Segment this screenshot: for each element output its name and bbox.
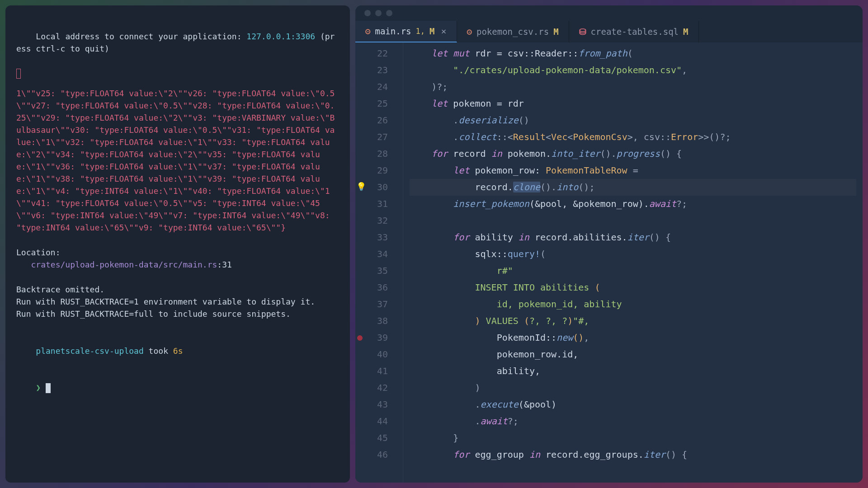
line-number: 41 <box>369 363 388 380</box>
code-token <box>410 198 453 209</box>
code-line[interactable]: } <box>410 430 856 446</box>
code-line[interactable]: for ability in record.abilities.iter() { <box>410 229 856 246</box>
database-icon: ⛁ <box>579 27 586 37</box>
code-line[interactable]: insert_pokemon(&pool, &pokemon_row).awai… <box>410 196 856 212</box>
code-token: "#, <box>573 315 589 326</box>
line-number: 25 <box>369 95 388 112</box>
line-number: 37 <box>369 296 388 313</box>
line-number: 45 <box>369 430 388 446</box>
location-line: :31 <box>217 260 232 269</box>
code-token: sqlx:: <box>410 249 508 259</box>
code-token: in <box>491 148 508 159</box>
code-token: ) <box>567 315 573 326</box>
code-token: pokemon_row: <box>475 165 546 176</box>
code-line[interactable]: id, pokemon_id, ability <box>410 296 856 313</box>
code-line[interactable]: )?; <box>410 79 856 95</box>
code-token: from_path <box>578 48 627 59</box>
code-line[interactable]: PokemonId::new(), <box>410 329 856 346</box>
code-token: let <box>431 48 453 59</box>
line-number: 22 <box>369 45 388 62</box>
tab-close-button[interactable]: × <box>441 26 446 37</box>
code-line[interactable]: sqlx::query!( <box>410 246 856 263</box>
code-line[interactable]: for record in pokemon.into_iter().progre… <box>410 145 856 162</box>
code-token: rdr = csv::Reader:: <box>475 48 579 59</box>
code-token: progress <box>617 148 660 159</box>
code-token: < <box>567 131 573 142</box>
code-token: for <box>453 232 475 243</box>
code-token: ( <box>594 282 600 293</box>
code-line[interactable]: .execute(&pool) <box>410 396 856 413</box>
window-traffic-lights <box>355 5 863 21</box>
code-token <box>410 315 475 326</box>
code-token: await <box>481 416 508 427</box>
code-token: () { <box>660 148 682 159</box>
code-line[interactable]: let mut rdr = csv::Reader::from_path( <box>410 45 856 62</box>
code-line[interactable]: ability, <box>410 363 856 380</box>
code-token: pokemon. <box>508 148 551 159</box>
code-token: into <box>557 182 578 192</box>
code-token: (); <box>578 182 594 192</box>
code-line[interactable]: ) <box>410 380 856 396</box>
code-token: >>()?; <box>698 131 731 142</box>
code-token: in <box>519 232 535 243</box>
code-token <box>410 232 453 243</box>
line-number: 28 <box>369 145 388 162</box>
code-line[interactable]: r#" <box>410 263 856 279</box>
rust-icon: ⊝ <box>365 26 370 36</box>
code-token: iter <box>627 232 649 243</box>
line-number: 35 <box>369 263 388 279</box>
code-token: PokemonCsv <box>573 131 627 142</box>
code-line[interactable]: let pokemon = rdr <box>410 95 856 112</box>
window-minimize-button[interactable] <box>375 10 382 16</box>
code-token: id, pokemon_id, ability <box>410 299 622 310</box>
code-token: VALUES <box>481 315 524 326</box>
code-token: ::< <box>497 131 513 142</box>
prompt-took: took <box>144 346 173 356</box>
lightbulb-icon[interactable]: 💡 <box>356 182 366 191</box>
window-maximize-button[interactable] <box>386 10 392 16</box>
terminal-cursor-line <box>16 67 339 79</box>
code-line[interactable]: pokemon_row.id, <box>410 346 856 363</box>
prompt-line: planetscale-csv-upload took 6s <box>16 333 339 369</box>
code-line[interactable]: "./crates/upload-pokemon-data/pokemon.cs… <box>410 62 856 79</box>
code-token: () { <box>665 449 687 460</box>
code-token: (). <box>600 148 616 159</box>
line-number: 46 <box>369 446 388 463</box>
code-line[interactable]: for egg_group in record.egg_groups.iter(… <box>410 446 856 463</box>
editor-body: 💡 22232425262728293031323334353637383940… <box>355 42 863 483</box>
code-token: . <box>410 131 458 142</box>
code-line[interactable]: ) VALUES (?, ?, ?)"#, <box>410 313 856 329</box>
line-number: 42 <box>369 380 388 396</box>
code-token: mut <box>453 48 475 59</box>
window-close-button[interactable] <box>364 10 371 16</box>
code-token: () { <box>649 232 671 243</box>
code-line[interactable]: INSERT INTO abilities ( <box>410 279 856 296</box>
line-number: 33 <box>369 229 388 246</box>
code-token: < <box>546 131 551 142</box>
line-number: 36 <box>369 279 388 296</box>
code-line[interactable]: .await?; <box>410 413 856 430</box>
code-line[interactable]: let pokemon_row: PokemonTableRow = <box>410 162 856 179</box>
code-token: r#" <box>497 265 513 276</box>
prompt-project: planetscale-csv-upload <box>36 346 143 356</box>
code-token: Error <box>671 131 698 142</box>
code-line[interactable]: .deserialize() <box>410 112 856 129</box>
breakpoint-indicator[interactable] <box>357 335 363 341</box>
code-line[interactable]: record.clone().into(); <box>410 179 856 196</box>
line-number: 30 <box>369 179 388 196</box>
line-number: 44 <box>369 413 388 430</box>
code-area[interactable]: let mut rdr = csv::Reader::from_path( ".… <box>403 42 863 483</box>
code-token: ?; <box>508 416 519 427</box>
code-token: in <box>529 449 546 460</box>
tab-pokemon_csv-rs[interactable]: ⊝pokemon_csv.rsM <box>457 21 569 42</box>
code-token: let <box>453 165 475 176</box>
prompt-input-line[interactable]: ❯ <box>16 369 339 406</box>
tab-create-tables-sql[interactable]: ⛁create-tables.sqlM <box>569 21 699 42</box>
code-line[interactable] <box>410 212 856 229</box>
code-token: for <box>431 148 453 159</box>
code-line[interactable]: .collect::<Result<Vec<PokemonCsv>, csv::… <box>410 129 856 145</box>
terminal-panel[interactable]: Local address to connect your applicatio… <box>5 5 350 483</box>
connect-prefix: Local address to connect your applicatio… <box>36 32 246 41</box>
code-token: query! <box>508 249 540 259</box>
tab-main-rs[interactable]: ⊝main.rs1,M× <box>355 21 457 42</box>
